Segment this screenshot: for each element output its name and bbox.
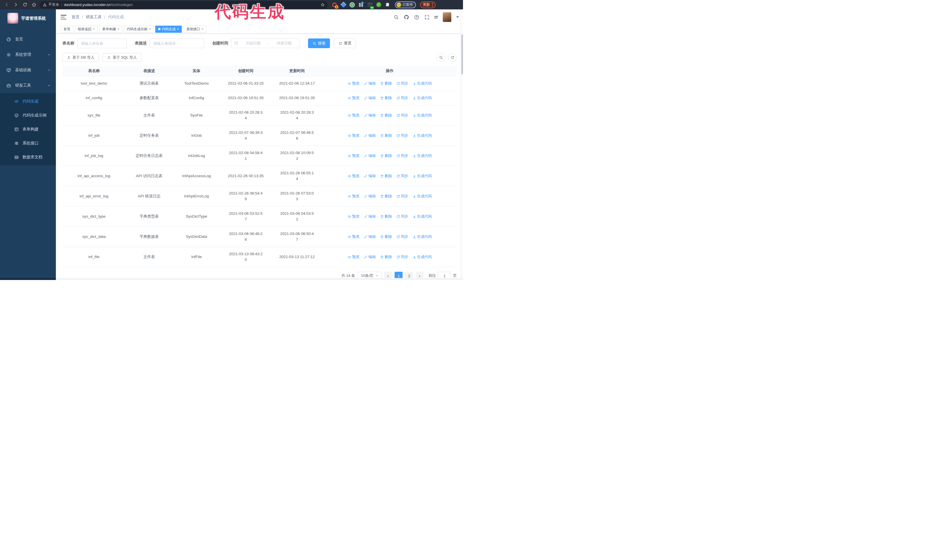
generate-code-link[interactable]: 生成代码 [413,133,432,138]
edit-link[interactable]: 编辑 [364,254,376,260]
edit-link[interactable]: 编辑 [364,234,376,239]
refresh-table-button[interactable] [448,53,457,62]
sidebar-item-home[interactable]: 首页 [0,32,56,47]
reset-button[interactable]: 重置 [334,38,356,48]
sidebar-item-form-builder[interactable]: 表单构建 [0,122,56,136]
app-logo[interactable]: 芋道管理系统 [0,9,56,27]
generate-code-link[interactable]: 生成代码 [413,174,432,179]
search-icon[interactable] [393,15,399,20]
tab-codegen[interactable]: 代码生成× [155,26,182,33]
sync-link[interactable]: 同步 [396,95,408,101]
sidebar-item-system-api[interactable]: 系统接口 [0,136,56,150]
fullscreen-icon[interactable] [424,15,430,20]
sidebar-item-infrastructure[interactable]: 基础设施 [0,62,56,78]
edit-link[interactable]: 编辑 [364,194,376,199]
browser-menu-icon[interactable] [432,3,433,6]
close-icon[interactable]: × [93,27,95,31]
generate-code-link[interactable]: 生成代码 [413,95,432,101]
preview-link[interactable]: 预览 [348,254,360,260]
sidebar-item-dev-tools[interactable]: 研发工具 [0,78,56,93]
edit-link[interactable]: 编辑 [364,174,376,179]
preview-link[interactable]: 预览 [348,153,360,158]
extension-ring-icon[interactable]: 1 [331,2,337,8]
tab-system-api[interactable]: 系统接口× [183,26,206,33]
close-icon[interactable]: × [117,27,120,31]
browser-update-button[interactable]: 更新 [420,2,436,8]
delete-link[interactable]: 删除 [380,234,392,239]
import-db-button[interactable]: 基于 DB 导入 [62,53,99,62]
edit-link[interactable]: 编辑 [364,95,376,101]
github-icon[interactable] [404,15,409,20]
generate-code-link[interactable]: 生成代码 [413,194,432,199]
delete-link[interactable]: 删除 [380,153,392,158]
vertical-scrollbar-thumb[interactable] [461,35,463,74]
sync-link[interactable]: 同步 [396,133,408,138]
font-size-icon[interactable]: tT [434,15,438,20]
breadcrumb-dev-tools[interactable]: 研发工具 [86,15,102,20]
import-sql-button[interactable]: 基于 SQL 导入 [103,53,141,62]
profile-paused-chip[interactable]: 已暂停 [395,2,416,8]
toggle-search-button[interactable] [437,53,445,62]
close-icon[interactable]: × [149,27,151,31]
horizontal-scrollbar[interactable] [0,278,463,280]
edit-link[interactable]: 编辑 [364,214,376,219]
preview-link[interactable]: 预览 [348,174,360,179]
edit-link[interactable]: 编辑 [364,113,376,118]
hamburger-icon[interactable] [61,15,67,20]
generate-code-link[interactable]: 生成代码 [413,234,432,239]
browser-forward-button[interactable] [12,1,20,9]
tab-home[interactable]: 首页 [61,26,73,33]
address-bar[interactable]: 不安全 dashboard.yudao.iocoder.cn/tool/code… [39,1,328,9]
browser-back-button[interactable] [3,1,10,9]
delete-link[interactable]: 删除 [380,254,392,260]
delete-link[interactable]: 删除 [380,81,392,86]
vertical-scrollbar[interactable] [461,9,463,278]
sync-link[interactable]: 同步 [396,174,408,179]
generate-code-link[interactable]: 生成代码 [413,81,432,86]
edit-link[interactable]: 编辑 [364,153,376,158]
preview-link[interactable]: 预览 [348,95,360,101]
extensions-puzzle-icon[interactable] [385,2,390,8]
generate-code-link[interactable]: 生成代码 [413,153,432,158]
edit-link[interactable]: 编辑 [364,133,376,138]
sync-link[interactable]: 同步 [396,153,408,158]
preview-link[interactable]: 预览 [348,81,360,86]
horizontal-scrollbar-thumb[interactable] [0,278,56,280]
sidebar-item-db-doc[interactable]: 数据库文档 [0,150,56,164]
sync-link[interactable]: 同步 [396,254,408,260]
close-icon[interactable]: × [201,27,203,31]
close-icon[interactable]: × [177,27,179,31]
edit-link[interactable]: 编辑 [364,81,376,86]
user-avatar[interactable] [443,12,451,22]
table-desc-input[interactable] [150,38,204,48]
extension-columns-icon[interactable] [358,2,364,8]
preview-link[interactable]: 预览 [348,133,360,138]
extension-frog-icon[interactable] [376,2,381,8]
delete-link[interactable]: 删除 [380,174,392,179]
sync-link[interactable]: 同步 [396,81,408,86]
search-button[interactable]: 搜索 [308,38,330,48]
browser-reload-button[interactable] [21,1,29,9]
delete-link[interactable]: 删除 [380,133,392,138]
delete-link[interactable]: 删除 [380,214,392,219]
preview-link[interactable]: 预览 [348,113,360,118]
sync-link[interactable]: 同步 [396,113,408,118]
sync-link[interactable]: 同步 [396,234,408,239]
table-name-input[interactable] [77,38,127,48]
sidebar-item-system-management[interactable]: 系统管理 [0,47,56,62]
extension-switch-icon[interactable]: on [367,2,373,8]
extension-v-icon[interactable]: V [349,2,355,8]
delete-link[interactable]: 删除 [380,194,392,199]
preview-link[interactable]: 预览 [348,214,360,219]
tab-form-builder[interactable]: 表单构建× [100,26,122,33]
extension-gem-icon[interactable] [340,2,346,8]
tab-codegen-example[interactable]: 代码生成示例× [124,26,154,33]
preview-link[interactable]: 预览 [348,234,360,239]
generate-code-link[interactable]: 生成代码 [413,214,432,219]
browser-home-button[interactable] [30,1,38,9]
avatar-caret-icon[interactable] [456,16,459,20]
sync-link[interactable]: 同步 [396,194,408,199]
bookmark-star-icon[interactable] [321,3,325,7]
sidebar-item-codegen[interactable]: 代码生成 [0,94,56,108]
delete-link[interactable]: 删除 [380,95,392,101]
